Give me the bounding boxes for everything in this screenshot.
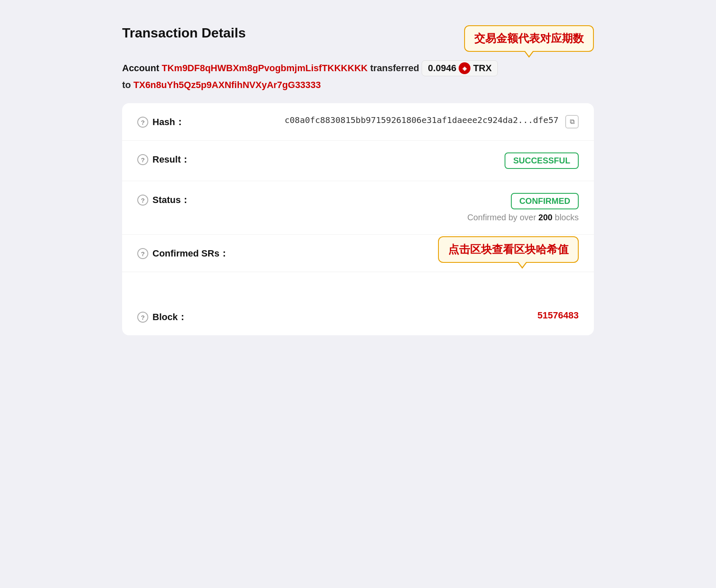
tooltip-bubble-1: 交易金额代表对应期数 (464, 25, 594, 52)
status-value-group: CONFIRMED Confirmed by over 200 blocks (230, 193, 579, 222)
status-detail-suffix: blocks (555, 213, 579, 222)
trx-label: TRX (473, 63, 492, 74)
block-question-icon[interactable]: ? (137, 312, 148, 323)
status-row: ? Status： CONFIRMED Confirmed by over 20… (122, 181, 594, 235)
from-address[interactable]: TKm9DF8qHWBXm8gPvogbmjmLisfTKKKKKK (162, 63, 368, 74)
status-label: Status： (152, 194, 190, 206)
srs-question-icon[interactable]: ? (137, 248, 148, 259)
tooltip2-text: 点击区块查看区块哈希值 (448, 243, 569, 256)
block-row: 点击区块查看区块哈希值 ? Block： 51576483 (122, 272, 594, 335)
status-label-group: ? Status： (137, 193, 230, 206)
hash-row: ? Hash： c08a0fc8830815bb97159261806e31af… (122, 103, 594, 141)
account-from-line: Account TKm9DF8qHWBXm8gPvogbmjmLisfTKKKK… (122, 60, 594, 76)
tooltip1-text: 交易金额代表对应期数 (474, 32, 584, 45)
status-detail-number: 200 (538, 213, 552, 222)
hash-value: c08a0fc8830815bb97159261806e31af1daeee2c… (285, 115, 558, 125)
result-question-icon[interactable]: ? (137, 154, 148, 165)
result-label: Result： (152, 153, 190, 166)
result-value-group: SUCCESSFUL (230, 152, 579, 169)
page-title: Transaction Details (122, 25, 246, 41)
page-container: Transaction Details 交易金额代表对应期数 Account T… (105, 13, 611, 348)
srs-label: Confirmed SRs： (152, 247, 229, 260)
trx-amount-badge: 0.0946 ◈ TRX (422, 60, 498, 76)
block-number[interactable]: 51576483 (537, 310, 579, 321)
status-value-col: CONFIRMED Confirmed by over 200 blocks (467, 193, 579, 222)
trx-icon: ◈ (459, 62, 470, 74)
block-label-group: ? Block： (137, 310, 230, 323)
status-detail-prefix: Confirmed by over (467, 213, 536, 222)
copy-icon[interactable]: ⧉ (565, 115, 579, 128)
to-prefix: to (122, 80, 131, 91)
account-prefix: Account (122, 63, 159, 74)
hash-label-group: ? Hash： (137, 115, 230, 128)
status-detail: Confirmed by over 200 blocks (467, 213, 579, 222)
transferred-label: transferred (370, 63, 419, 74)
hash-value-group: c08a0fc8830815bb97159261806e31af1daeee2c… (230, 115, 579, 128)
srs-label-group: ? Confirmed SRs： (137, 246, 230, 260)
block-value-group: 51576483 (230, 310, 579, 321)
result-label-group: ? Result： (137, 152, 230, 166)
header-row: Transaction Details 交易金额代表对应期数 (122, 25, 594, 52)
account-to-line: to TX6n8uYh5Qz5p9AXNfihNVXyAr7gG33333 (122, 80, 594, 91)
result-badge: SUCCESSFUL (505, 152, 579, 169)
to-address[interactable]: TX6n8uYh5Qz5p9AXNfihNVXyAr7gG33333 (134, 80, 321, 91)
block-label: Block： (152, 311, 187, 323)
confirmed-badge: CONFIRMED (511, 193, 579, 209)
status-question-icon[interactable]: ? (137, 195, 148, 206)
amount-value: 0.0946 (428, 63, 456, 74)
result-row: ? Result： SUCCESSFUL (122, 141, 594, 181)
main-card: ? Hash： c08a0fc8830815bb97159261806e31af… (122, 103, 594, 335)
hash-question-icon[interactable]: ? (137, 117, 148, 128)
tooltip-bubble-2: 点击区块查看区块哈希值 (438, 236, 579, 263)
hash-label: Hash： (152, 116, 184, 128)
